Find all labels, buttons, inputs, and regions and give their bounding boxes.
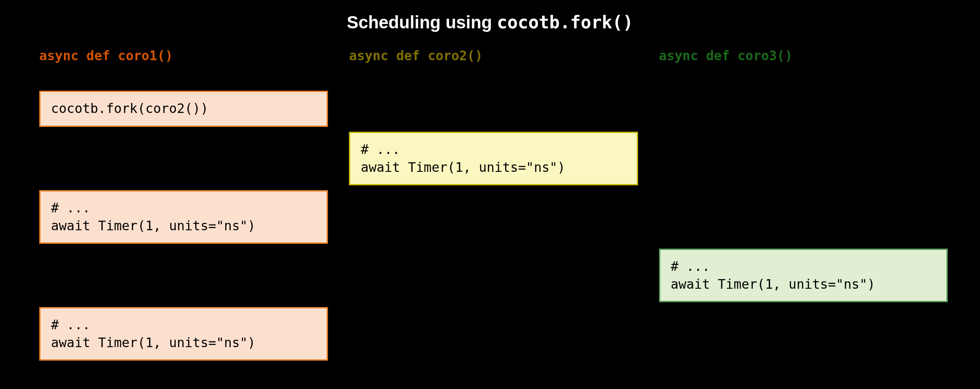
coro1-box-1: cocotb.fork(coro2()) bbox=[39, 91, 328, 127]
column-coro3: async def coro3() # ... await Timer(1, u… bbox=[652, 48, 941, 72]
coro3-header: async def coro3() bbox=[652, 48, 941, 63]
column-coro1: async def coro1() cocotb.fork(coro2()) #… bbox=[39, 48, 328, 72]
coro1-box-2: # ... await Timer(1, units="ns") bbox=[39, 190, 328, 244]
coro1-header: async def coro1() bbox=[39, 48, 328, 63]
title-code: cocotb.fork() bbox=[497, 12, 633, 32]
column-coro2: async def coro2() # ... await Timer(1, u… bbox=[345, 48, 634, 72]
title-prefix: Scheduling using bbox=[347, 13, 497, 32]
diagram-title: Scheduling using cocotb.fork() bbox=[0, 12, 980, 32]
coro2-header: async def coro2() bbox=[345, 48, 634, 63]
coro2-box-1: # ... await Timer(1, units="ns") bbox=[349, 132, 638, 185]
coro1-box-3: # ... await Timer(1, units="ns") bbox=[39, 307, 328, 361]
columns-container: async def coro1() cocotb.fork(coro2()) #… bbox=[39, 48, 941, 72]
coro3-box-1: # ... await Timer(1, units="ns") bbox=[659, 249, 948, 302]
